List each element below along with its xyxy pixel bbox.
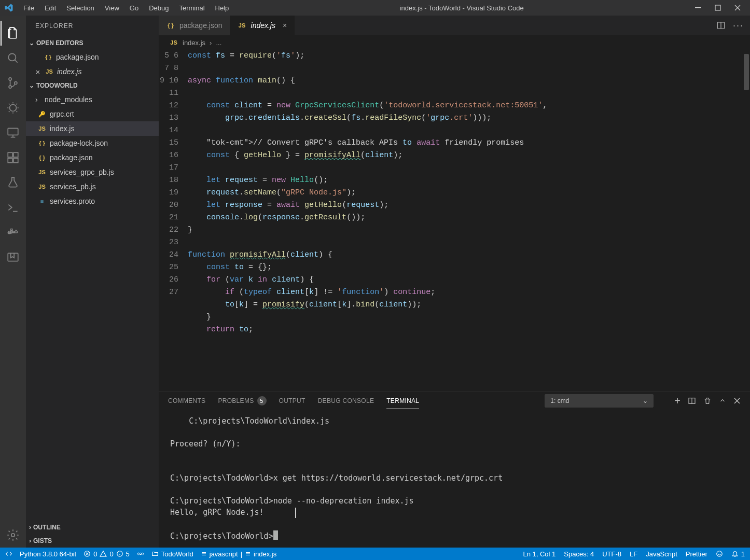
file-icon: ≡ [37, 197, 47, 206]
problems-badge: 5 [257, 396, 267, 405]
docker-icon[interactable] [1, 220, 25, 245]
status-python[interactable]: Python 3.8.0 64-bit [20, 550, 76, 558]
file-label: services_grpc_pb.js [50, 168, 114, 176]
scrollbar-thumb[interactable] [744, 54, 749, 90]
panel-tab-comments[interactable]: COMMENTS [168, 393, 205, 409]
menu-go[interactable]: Go [125, 2, 143, 14]
status-problems[interactable]: 0 0 5 [84, 550, 130, 558]
settings-gear-icon[interactable] [1, 523, 25, 548]
js-file-icon: JS [169, 38, 178, 47]
menu-file[interactable]: File [19, 2, 39, 14]
status-encoding[interactable]: UTF-8 [602, 550, 621, 558]
chevron-right-icon: › [35, 95, 41, 104]
split-terminal-icon[interactable] [688, 397, 696, 405]
minimize-icon[interactable] [693, 3, 703, 13]
tab-row: { } package.json JS index.js × ··· [159, 16, 750, 35]
open-editor-item[interactable]: { } package.json [26, 50, 159, 64]
sidebar-title: EXPLORER [26, 16, 159, 36]
scrollbar[interactable] [743, 50, 750, 391]
panel-tab-debug[interactable]: DEBUG CONSOLE [318, 393, 374, 409]
menu-edit[interactable]: Edit [40, 2, 61, 14]
gists-header[interactable]: › GISTS [26, 534, 159, 548]
file-item[interactable]: 🔑grpc.crt [26, 107, 159, 121]
maximize-panel-icon[interactable] [719, 397, 726, 404]
open-editors-header[interactable]: ⌄ OPEN EDITORS [26, 36, 159, 50]
terminal-cursor [273, 530, 278, 540]
powershell-icon[interactable] [1, 195, 25, 220]
status-live-icon[interactable] [137, 550, 144, 557]
remote-indicator[interactable] [5, 550, 12, 557]
status-eol[interactable]: LF [630, 550, 637, 558]
file-item[interactable]: JSservices_pb.js [26, 179, 159, 194]
file-icon: { } [37, 138, 47, 148]
file-item[interactable]: ≡services.proto [26, 194, 159, 208]
breadcrumb[interactable]: JS index.js › ... [159, 35, 750, 50]
status-bell[interactable]: 1 [731, 550, 745, 558]
code-content[interactable]: const fs = require('fs'); async function… [188, 50, 750, 391]
code-editor[interactable]: 5 6 7 8 9 10 11 12 13 14 15 16 17 18 19 … [159, 50, 750, 391]
close-icon[interactable]: × [34, 67, 41, 76]
file-label: index.js [57, 67, 81, 76]
panel-tab-terminal[interactable]: TERMINAL [386, 393, 419, 409]
panel-tab-output[interactable]: OUTPUT [279, 393, 305, 409]
status-bar: Python 3.8.0 64-bit 0 0 5 TodoWorld java… [0, 548, 750, 560]
source-control-icon[interactable] [1, 71, 25, 95]
terminal-output[interactable]: C:\projects\TodoWorld\index.js Proceed? … [159, 410, 750, 548]
file-item[interactable]: { }package-lock.json [26, 136, 159, 150]
svg-rect-8 [8, 152, 12, 157]
file-label: package-lock.json [50, 139, 108, 147]
status-language[interactable]: JavaScript [646, 550, 677, 558]
menu-debug[interactable]: Debug [144, 2, 173, 14]
file-label: index.js [50, 124, 74, 133]
file-label: package.json [50, 153, 93, 162]
status-lang-scope[interactable]: javascript | index.js [201, 550, 276, 558]
close-panel-icon[interactable] [733, 397, 741, 404]
menu-selection[interactable]: Selection [62, 2, 99, 14]
json-file-icon: { } [166, 21, 175, 30]
file-item[interactable]: JSservices_grpc_pb.js [26, 165, 159, 179]
test-icon[interactable] [1, 170, 25, 195]
window-title: index.js - TodoWorld - Visual Studio Cod… [233, 4, 690, 12]
file-icon: JS [37, 124, 47, 133]
open-editor-item[interactable]: × JS index.js [26, 64, 159, 79]
status-prettier[interactable]: Prettier [686, 550, 707, 558]
svg-rect-1 [715, 5, 720, 10]
close-icon[interactable]: × [280, 21, 287, 30]
menu-help[interactable]: Help [211, 2, 234, 14]
terminal-selector[interactable]: 1: cmd ⌄ [545, 394, 654, 408]
activity-bar [0, 16, 26, 548]
tab-package-json[interactable]: { } package.json [159, 16, 230, 35]
new-terminal-icon[interactable]: + [674, 395, 680, 407]
status-project[interactable]: TodoWorld [151, 550, 193, 558]
file-item[interactable]: { }package.json [26, 150, 159, 165]
svg-point-3 [9, 78, 11, 80]
svg-rect-10 [13, 158, 18, 163]
status-feedback-icon[interactable] [716, 550, 723, 557]
tab-label: package.json [179, 21, 223, 30]
chevron-down-icon: ⌄ [643, 397, 648, 404]
extensions-icon[interactable] [1, 145, 25, 170]
explorer-icon[interactable] [1, 21, 25, 46]
maximize-icon[interactable] [713, 3, 723, 13]
status-spaces[interactable]: Spaces: 4 [564, 550, 594, 558]
debug-icon[interactable] [1, 95, 25, 120]
split-editor-icon[interactable] [716, 21, 726, 30]
file-label: services_pb.js [50, 183, 96, 191]
file-label: grpc.crt [50, 110, 74, 118]
search-icon[interactable] [1, 46, 25, 71]
menu-terminal[interactable]: Terminal [174, 2, 209, 14]
menu-view[interactable]: View [100, 2, 124, 14]
status-cursor[interactable]: Ln 1, Col 1 [523, 550, 555, 558]
svg-rect-9 [8, 158, 12, 163]
close-icon[interactable] [732, 3, 743, 13]
trash-icon[interactable] [703, 397, 712, 405]
project-header[interactable]: ⌄ TODOWORLD [26, 79, 159, 92]
folder-item[interactable]: ›node_modules [26, 92, 159, 107]
remote-icon[interactable] [1, 120, 25, 145]
tab-index-js[interactable]: JS index.js × [230, 16, 295, 35]
file-item[interactable]: JSindex.js [26, 121, 159, 136]
more-icon[interactable]: ··· [733, 20, 744, 31]
bookmark-icon[interactable] [1, 245, 25, 270]
panel-tab-problems[interactable]: PROBLEMS5 [218, 392, 266, 410]
outline-header[interactable]: › OUTLINE [26, 521, 159, 534]
